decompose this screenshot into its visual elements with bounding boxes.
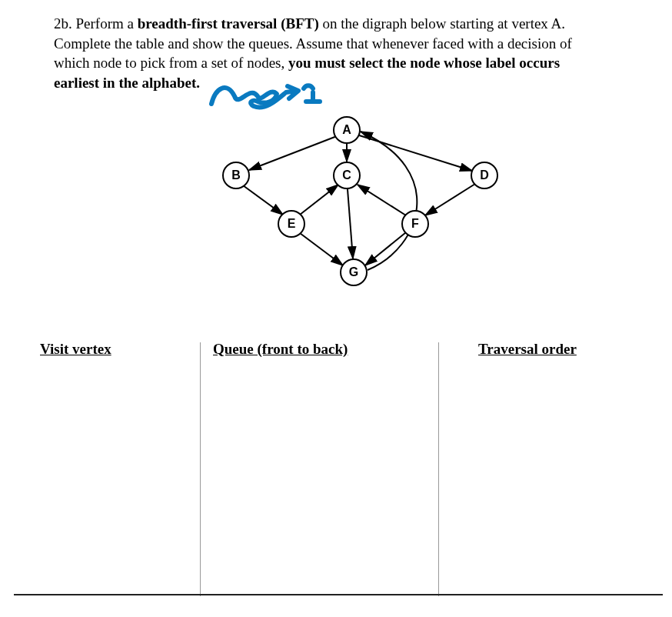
q-line3-bold: you must select the node whose label occ… xyxy=(288,55,560,71)
q-line2: Complete the table and show the queues. … xyxy=(54,35,572,52)
q-line3-pre: which node to pick from a set of nodes, xyxy=(54,55,288,71)
vertex-f-label: F xyxy=(411,217,419,231)
vertex-e: E xyxy=(278,210,305,238)
vertex-b-label: B xyxy=(231,168,241,182)
vertex-a-label: A xyxy=(342,123,351,137)
header-visit-vertex: Visit vertex xyxy=(40,341,111,358)
svg-line-6 xyxy=(358,185,406,215)
question-text: 2b. Perform a breadth-first traversal (B… xyxy=(54,14,618,93)
bottom-border xyxy=(14,594,663,595)
q-line1-pre: Perform a xyxy=(76,15,138,32)
vertex-a: A xyxy=(333,116,361,144)
vertex-e-label: E xyxy=(288,217,296,231)
vertex-g-label: G xyxy=(349,265,358,279)
vertex-c: C xyxy=(333,162,361,189)
column-divider-2 xyxy=(438,342,439,596)
q-line1-bold: breadth-first traversal (BFT) xyxy=(138,15,319,32)
q-line4-bold: earliest in the alphabet. xyxy=(54,75,200,91)
svg-line-4 xyxy=(300,185,338,215)
vertex-g: G xyxy=(340,258,368,286)
q-line1-post: on the digraph below starting at vertex … xyxy=(319,15,565,32)
svg-line-7 xyxy=(348,189,353,258)
header-traversal-order: Traversal order xyxy=(478,341,577,358)
edges-svg xyxy=(146,116,531,301)
vertex-d: D xyxy=(471,162,498,189)
vertex-b: B xyxy=(222,162,250,189)
header-queue: Queue (front to back) xyxy=(213,341,348,358)
svg-line-8 xyxy=(300,233,343,265)
svg-line-0 xyxy=(249,136,337,170)
digraph-figure: A B C D E F G xyxy=(146,116,531,301)
page: 2b. Perform a breadth-first traversal (B… xyxy=(0,0,672,617)
vertex-c-label: C xyxy=(342,168,351,182)
svg-line-5 xyxy=(425,184,475,215)
q-number: 2b. xyxy=(54,15,72,32)
vertex-d-label: D xyxy=(480,168,489,182)
svg-line-2 xyxy=(357,135,472,171)
svg-line-3 xyxy=(243,185,283,215)
column-divider-1 xyxy=(200,342,201,596)
vertex-f: F xyxy=(401,210,429,238)
